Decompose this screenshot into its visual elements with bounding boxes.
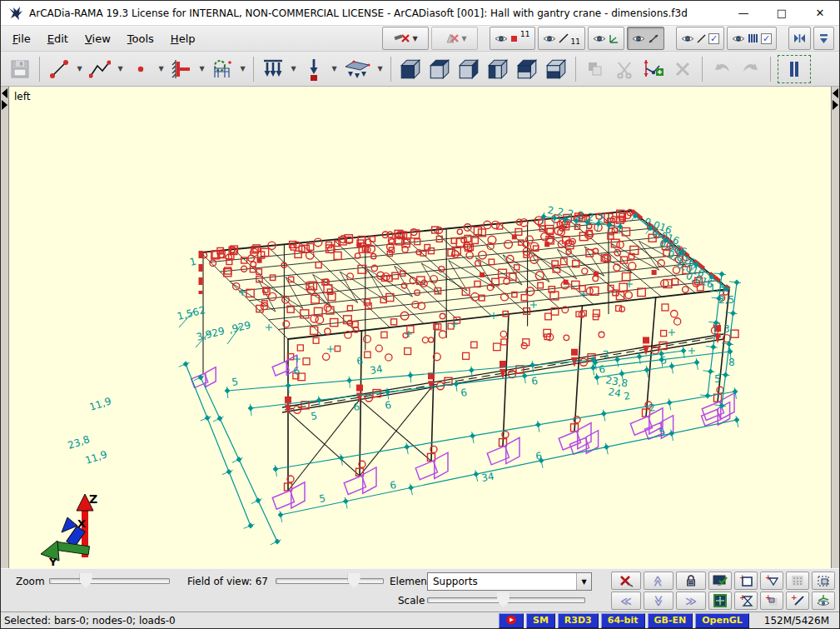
move-up-button[interactable]: ≪: [644, 572, 673, 590]
view-orientation-button[interactable]: [812, 592, 835, 610]
draw-node-button[interactable]: [127, 55, 155, 83]
draw-node-dropdown[interactable]: ▼: [156, 55, 167, 83]
hide-solids-dropdown-button[interactable]: ▼: [431, 27, 478, 50]
axes-icon: [609, 33, 619, 44]
view-cube-right-button[interactable]: [484, 55, 512, 83]
status-badge-language[interactable]: GB-EN: [648, 613, 693, 628]
show-panels-toggle-button[interactable]: ✓: [727, 27, 777, 50]
cut-button[interactable]: [610, 55, 639, 83]
splitter-expand-right-icon[interactable]: [833, 100, 838, 110]
undo-button[interactable]: [708, 55, 736, 83]
add-line-element-button[interactable]: +: [786, 592, 809, 610]
toolbar-handle[interactable]: [778, 55, 811, 83]
view-cube-back-button[interactable]: [425, 55, 454, 83]
menu-view[interactable]: View: [77, 29, 119, 48]
draw-polyline-button[interactable]: [86, 55, 114, 83]
draw-bar-dropdown[interactable]: ▼: [74, 55, 85, 83]
scissors-icon: [614, 59, 634, 79]
menu-tools[interactable]: Tools: [119, 29, 162, 48]
move-down-button[interactable]: ≪: [644, 592, 673, 610]
view-cube-left-button[interactable]: [455, 55, 483, 83]
video-help-button[interactable]: [499, 613, 524, 628]
redo-button[interactable]: [737, 55, 765, 83]
save-button[interactable]: [6, 55, 34, 83]
zoom-slider-thumb[interactable]: [80, 573, 92, 588]
fit-view-button[interactable]: [708, 592, 732, 610]
status-badge-64bit[interactable]: 64-bit: [601, 613, 645, 628]
splitter-collapse-left-icon[interactable]: [833, 88, 838, 98]
add-mesh-region-button[interactable]: +: [760, 592, 783, 610]
maximize-button[interactable]: □: [763, 1, 801, 25]
collapse-vertical-button[interactable]: [813, 27, 834, 50]
delete-x-icon: [674, 61, 691, 77]
add-rectangle-button[interactable]: +: [734, 572, 758, 590]
show-bar-numbers-button[interactable]: 11: [538, 27, 585, 50]
show-axes-button[interactable]: [588, 27, 624, 50]
draw-bar-button[interactable]: [45, 55, 73, 83]
move-right-button[interactable]: ≫: [676, 592, 706, 610]
model-viewport[interactable]: left 11,5623,929,92911,923,811,956634656…: [1, 87, 839, 568]
add-hourglass-icon: +: [738, 594, 753, 607]
transform-box-button[interactable]: [812, 572, 835, 590]
zoom-slider-track[interactable]: [49, 578, 170, 584]
view-cube-bottom-button[interactable]: [542, 55, 570, 83]
element-select[interactable]: Supports ▼: [427, 572, 592, 591]
lock-element-button[interactable]: [676, 572, 706, 590]
collapse-horizontal-button[interactable]: [788, 27, 811, 50]
svg-text:+: +: [791, 594, 798, 602]
status-badge-opengl[interactable]: OpenGL: [695, 613, 749, 628]
checked-checkbox-icon[interactable]: ✓: [708, 33, 719, 44]
show-dimensions-button[interactable]: [627, 27, 664, 50]
scale-slider-thumb[interactable]: [497, 592, 509, 607]
surface-load-button[interactable]: [340, 55, 374, 83]
right-splitter[interactable]: [831, 87, 839, 568]
node-icon: [510, 35, 518, 42]
view-cube-front-button[interactable]: [396, 55, 425, 83]
fov-slider-track[interactable]: [276, 578, 384, 584]
menu-bar: File Edit View Tools Help ▼ ▼ 11: [1, 26, 839, 52]
point-load-dropdown[interactable]: ▼: [329, 55, 340, 83]
menu-file[interactable]: File: [4, 29, 39, 48]
hide-results-dropdown-button[interactable]: ▼: [382, 27, 429, 50]
show-bars-toggle-button[interactable]: ✓: [676, 27, 724, 50]
distributed-load-button[interactable]: [259, 55, 287, 83]
close-button[interactable]: ✕: [801, 1, 839, 25]
minimize-button[interactable]: —: [724, 1, 763, 25]
chevron-down-icon[interactable]: ▼: [576, 573, 591, 590]
left-splitter[interactable]: [1, 87, 9, 568]
zoom-slider[interactable]: [49, 573, 170, 588]
checked-checkbox-icon[interactable]: ✓: [761, 33, 772, 44]
structure-model-canvas[interactable]: 11,5623,929,92911,923,811,95663465656346…: [1, 87, 839, 568]
splitter-collapse-left-icon[interactable]: [2, 88, 7, 98]
point-load-button[interactable]: [300, 55, 328, 83]
status-badge-sm[interactable]: SM: [526, 613, 555, 628]
copy-button[interactable]: [581, 55, 609, 83]
structure-generator-button[interactable]: [208, 55, 236, 83]
mesh-toggle-button[interactable]: [786, 572, 809, 590]
display-apply-button[interactable]: [708, 572, 732, 590]
surface-load-dropdown[interactable]: ▼: [375, 55, 385, 83]
move-left-button[interactable]: ≪: [611, 592, 641, 610]
chevron-down-icon: ▼: [413, 35, 418, 42]
delete-button[interactable]: [669, 55, 697, 83]
svg-text:11,9: 11,9: [88, 395, 113, 413]
delete-element-button[interactable]: [611, 572, 641, 590]
draw-polyline-dropdown[interactable]: ▼: [115, 55, 126, 83]
add-support-dropdown[interactable]: ▼: [196, 55, 207, 83]
splitter-expand-right-icon[interactable]: [2, 100, 7, 110]
structure-generator-dropdown[interactable]: ▼: [237, 55, 248, 83]
scale-slider[interactable]: [427, 592, 585, 607]
add-hourglass-load-button[interactable]: +: [734, 592, 758, 610]
status-badge-r3d3[interactable]: R3D3: [558, 613, 599, 628]
menu-help[interactable]: Help: [162, 29, 204, 48]
add-support-button[interactable]: [167, 55, 196, 83]
add-node-to-bar-button[interactable]: [639, 55, 668, 83]
add-triangle-button[interactable]: +: [760, 572, 783, 590]
distributed-load-dropdown[interactable]: ▼: [288, 55, 299, 83]
menu-edit[interactable]: Edit: [39, 29, 77, 48]
fov-slider-thumb[interactable]: [348, 573, 360, 588]
fov-slider[interactable]: [276, 573, 384, 588]
view-cube-top-button[interactable]: [513, 55, 541, 83]
show-node-numbers-button[interactable]: 11: [490, 27, 534, 50]
app-window: ArCADia-RAMA 19.3 License for INTERNAL, …: [0, 0, 840, 629]
